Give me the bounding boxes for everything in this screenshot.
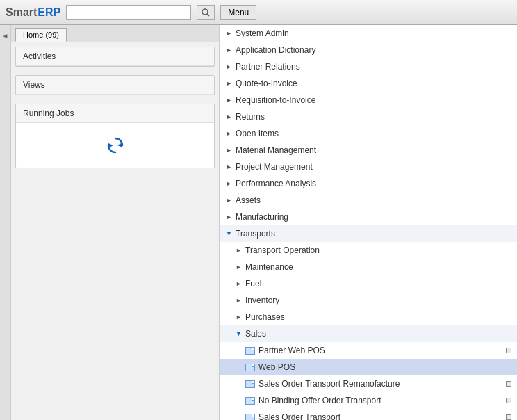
refresh-icon <box>106 136 125 155</box>
views-section: Views <box>15 75 215 95</box>
menu-item-sales-order-transport-rem[interactable]: Sales Order Transport Remanofacture <box>220 375 517 392</box>
file-icon-sales-order-transport <box>245 414 255 421</box>
activities-header[interactable]: Activities <box>16 47 214 66</box>
menu-label-returns: Returns <box>236 112 511 122</box>
menu-item-no-binding-offer[interactable]: No Binding Offer Order Transport <box>220 392 517 409</box>
toggle-arrow: ◄ <box>2 32 9 40</box>
running-jobs-header[interactable]: Running Jobs <box>16 104 214 123</box>
menu-label-quote-to-invoice: Quote-to-Invoice <box>236 79 511 88</box>
menu-label-project-mgmt: Project Management <box>236 162 511 172</box>
file-icon-partner-web-pos <box>245 347 255 355</box>
menu-label-material-mgmt: Material Management <box>236 145 511 155</box>
menu-label-sales-order-transport: Sales Order Transport <box>258 412 503 420</box>
menu-arrow-inventory: ► <box>236 297 245 304</box>
menu-label-manufacturing: Manufacturing <box>236 212 511 222</box>
file-icon-no-binding-offer <box>245 397 255 405</box>
menu-label-sales: Sales <box>245 329 511 339</box>
menu-label-transport-op: Transport Operation <box>245 245 511 255</box>
svg-point-0 <box>202 9 208 15</box>
sidebar-toggle[interactable]: ◄ <box>0 25 11 420</box>
menu-item-sales[interactable]: ▼Sales <box>220 325 517 342</box>
menu-label-open-items: Open Items <box>236 129 511 138</box>
menu-item-partner-web-pos[interactable]: Partner Web POS <box>220 342 517 359</box>
menu-label-app-dict: Application Dictionary <box>236 45 511 55</box>
svg-line-1 <box>207 14 209 16</box>
svg-marker-3 <box>108 143 113 148</box>
activities-section: Activities <box>15 47 215 67</box>
ext-icon-sales-order-transport <box>506 414 511 420</box>
menu-item-req-to-invoice[interactable]: ►Requisition-to-Invoice <box>220 92 517 108</box>
menu-arrow-transport-op: ► <box>236 247 245 254</box>
logo-erp: ERP <box>38 6 60 19</box>
home-tab[interactable]: Home (99) <box>15 28 67 42</box>
file-icon-sales-order-transport-rem <box>245 380 255 388</box>
ext-icon-partner-web-pos <box>506 348 511 353</box>
menu-arrow-manufacturing: ► <box>226 213 236 220</box>
app-logo: SmartERP <box>6 6 60 19</box>
menu-arrow-transports: ▼ <box>226 230 236 237</box>
menu-label-perf-analysis: Performance Analysis <box>236 179 511 188</box>
menu-arrow-system-admin: ► <box>226 30 236 37</box>
menu-item-transport-op[interactable]: ►Transport Operation <box>220 242 517 259</box>
views-header[interactable]: Views <box>16 76 214 95</box>
menu-arrow-perf-analysis: ► <box>226 180 236 187</box>
menu-label-no-binding-offer: No Binding Offer Order Transport <box>258 396 503 405</box>
search-button[interactable] <box>197 5 215 20</box>
menu-item-system-admin[interactable]: ►System Admin <box>220 25 517 42</box>
menu-arrow-req-to-invoice: ► <box>226 97 236 104</box>
menu-label-partner-web-pos: Partner Web POS <box>258 346 503 355</box>
search-icon <box>202 8 210 17</box>
menu-item-material-mgmt[interactable]: ►Material Management <box>220 142 517 159</box>
menu-item-purchases[interactable]: ►Purchases <box>220 309 517 325</box>
menu-label-system-admin: System Admin <box>236 29 511 38</box>
menu-label-transports: Transports <box>236 229 511 239</box>
tab-bar: Home (99) <box>11 25 219 42</box>
menu-arrow-quote-to-invoice: ► <box>226 80 236 87</box>
menu-button[interactable]: Menu <box>220 5 256 20</box>
menu-arrow-app-dict: ► <box>226 47 236 54</box>
svg-marker-2 <box>117 143 122 147</box>
menu-panel: ►System Admin►Application Dictionary►Par… <box>220 25 517 420</box>
menu-item-maintenance[interactable]: ►Maintenance <box>220 259 517 275</box>
menu-label-fuel: Fuel <box>245 279 511 289</box>
menu-arrow-project-mgmt: ► <box>226 163 236 170</box>
menu-item-partner-rel[interactable]: ►Partner Relations <box>220 58 517 75</box>
main-area: ◄ Home (99) Activities Views Running Job… <box>0 25 517 420</box>
menu-item-transports[interactable]: ▼Transports <box>220 225 517 242</box>
search-input[interactable] <box>69 8 188 17</box>
menu-item-sales-order-transport[interactable]: Sales Order Transport <box>220 409 517 420</box>
menu-label-purchases: Purchases <box>245 312 511 322</box>
logo-smart: Smart <box>6 6 37 19</box>
menu-item-project-mgmt[interactable]: ►Project Management <box>220 159 517 175</box>
menu-item-manufacturing[interactable]: ►Manufacturing <box>220 209 517 225</box>
ext-icon-sales-order-transport-rem <box>506 381 511 387</box>
menu-arrow-material-mgmt: ► <box>226 147 236 154</box>
menu-label-partner-rel: Partner Relations <box>236 62 511 72</box>
menu-arrow-partner-rel: ► <box>226 63 236 70</box>
menu-arrow-returns: ► <box>226 113 236 120</box>
menu-item-app-dict[interactable]: ►Application Dictionary <box>220 42 517 58</box>
menu-label-web-pos: Web POS <box>258 362 511 372</box>
menu-label-req-to-invoice: Requisition-to-Invoice <box>236 95 511 105</box>
menu-arrow-sales: ▼ <box>236 330 245 337</box>
menu-label-maintenance: Maintenance <box>245 262 511 272</box>
sidebar: Home (99) Activities Views Running Jobs <box>11 25 220 420</box>
menu-item-quote-to-invoice[interactable]: ►Quote-to-Invoice <box>220 75 517 92</box>
refresh-area <box>22 129 208 162</box>
menu-item-returns[interactable]: ►Returns <box>220 108 517 125</box>
file-icon-web-pos <box>245 364 255 371</box>
menu-item-web-pos[interactable]: Web POS <box>220 359 517 375</box>
menu-item-fuel[interactable]: ►Fuel <box>220 275 517 292</box>
menu-label-sales-order-transport-rem: Sales Order Transport Remanofacture <box>258 379 503 389</box>
ext-icon-no-binding-offer <box>506 398 511 403</box>
menu-item-inventory[interactable]: ►Inventory <box>220 292 517 309</box>
menu-item-perf-analysis[interactable]: ►Performance Analysis <box>220 175 517 192</box>
menu-arrow-open-items: ► <box>226 130 236 137</box>
menu-arrow-purchases: ► <box>236 314 245 321</box>
menu-arrow-fuel: ► <box>236 280 245 287</box>
search-box <box>66 5 191 20</box>
menu-label-assets: Assets <box>236 195 511 205</box>
menu-item-assets[interactable]: ►Assets <box>220 192 517 209</box>
menu-item-open-items[interactable]: ►Open Items <box>220 125 517 142</box>
menu-arrow-maintenance: ► <box>236 264 245 270</box>
